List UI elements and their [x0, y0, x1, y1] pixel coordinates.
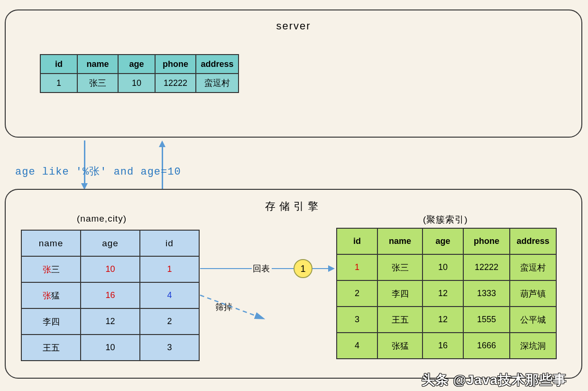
- sql-condition-text: age like '%张' and age=10: [15, 164, 181, 178]
- index-cell: 张猛: [21, 282, 81, 308]
- server-td: 12222: [155, 74, 196, 93]
- index-cell: 王五: [21, 335, 81, 361]
- server-th-age: age: [118, 55, 155, 74]
- clustered-cell: 蛮逗村: [510, 254, 556, 280]
- index-table: name age id 张三 10 1 张猛 16 4 李四 12 2 王五 1…: [21, 230, 200, 361]
- clustered-cell: 4: [337, 333, 377, 359]
- clustered-cell: 李四: [377, 280, 423, 307]
- index-cell: 张三: [21, 256, 81, 282]
- server-td: 1: [40, 74, 77, 93]
- clustered-cell: 葫芦镇: [510, 280, 556, 307]
- server-th-phone: phone: [155, 55, 196, 74]
- clustered-cell: 10: [423, 254, 463, 280]
- filter-dashed-arrow-icon: [198, 290, 293, 338]
- server-panel: server id name age phone address 1 张三 10…: [5, 9, 582, 138]
- clustered-cell: 12222: [463, 254, 510, 280]
- server-td: 10: [118, 74, 155, 93]
- index-th-name: name: [21, 230, 81, 256]
- clustered-th-phone: phone: [463, 228, 510, 254]
- clustered-cell: 1333: [463, 280, 510, 307]
- clustered-th-age: age: [423, 228, 463, 254]
- clustered-th-id: id: [337, 228, 377, 254]
- lookup-arrow-left-line: [200, 268, 252, 269]
- clustered-cell: 12: [423, 307, 463, 333]
- index-cell: 10: [81, 256, 140, 282]
- clustered-cell: 深坑洞: [510, 333, 556, 359]
- index-cell: 10: [81, 335, 140, 361]
- watermark-text: 头条 @Java技术那些事: [422, 371, 567, 389]
- lookup-arrow-head-icon: [328, 265, 335, 272]
- storage-engine-panel: 存储引擎 (name,city) (聚簇索引) name age id 张三 1…: [5, 189, 582, 379]
- index-cell: 16: [81, 282, 140, 308]
- step-badge-text: 1: [300, 263, 305, 274]
- index-th-id: id: [140, 230, 199, 256]
- clustered-table: id name age phone address 1 张三 10 12222 …: [336, 228, 557, 359]
- clustered-row: 1 张三 10 12222 蛮逗村: [337, 254, 556, 280]
- index-cell: 3: [140, 335, 199, 361]
- filter-label: 筛掉: [215, 301, 232, 313]
- clustered-th-address: address: [510, 228, 556, 254]
- clustered-cell: 2: [337, 280, 377, 307]
- index-row: 张三 10 1: [21, 256, 199, 282]
- server-td: 张三: [77, 74, 118, 93]
- index-cell: 2: [140, 308, 199, 335]
- clustered-cell: 3: [337, 307, 377, 333]
- index-row: 王五 10 3: [21, 335, 199, 361]
- index-cell: 李四: [21, 308, 81, 335]
- clustered-cell: 张三: [377, 254, 423, 280]
- server-th-id: id: [40, 55, 77, 74]
- server-th-address: address: [196, 55, 239, 74]
- server-th-name: name: [77, 55, 118, 74]
- clustered-cell: 1666: [463, 333, 510, 359]
- index-cell: 1: [140, 256, 199, 282]
- index-cell: 12: [81, 308, 140, 335]
- clustered-row: 3 王五 12 1555 公平城: [337, 307, 556, 333]
- arrow-up-head-icon: [159, 140, 165, 147]
- server-table: id name age phone address 1 张三 10 12222 …: [40, 54, 239, 93]
- clustered-cell: 1: [337, 254, 377, 280]
- clustered-cell: 12: [423, 280, 463, 307]
- clustered-cell: 张猛: [377, 333, 423, 359]
- clustered-cell: 王五: [377, 307, 423, 333]
- server-td: 蛮逗村: [196, 74, 239, 93]
- engine-title: 存储引擎: [265, 199, 322, 214]
- index-row: 张猛 16 4: [21, 282, 199, 308]
- clustered-cell: 公平城: [510, 307, 556, 333]
- index-row: 李四 12 2: [21, 308, 199, 335]
- clustered-row: 4 张猛 16 1666 深坑洞: [337, 333, 556, 359]
- server-title: server: [276, 20, 311, 32]
- step-badge: 1: [294, 259, 312, 278]
- clustered-cell: 16: [423, 333, 463, 359]
- clustered-cell: 1555: [463, 307, 510, 333]
- clustered-label: (聚簇索引): [423, 214, 468, 226]
- lookup-label: 回表: [253, 263, 270, 274]
- clustered-th-name: name: [377, 228, 423, 254]
- clustered-row: 2 李四 12 1333 葫芦镇: [337, 280, 556, 307]
- index-th-age: age: [81, 230, 140, 256]
- index-cell: 4: [140, 282, 199, 308]
- index-label: (name,city): [77, 214, 127, 224]
